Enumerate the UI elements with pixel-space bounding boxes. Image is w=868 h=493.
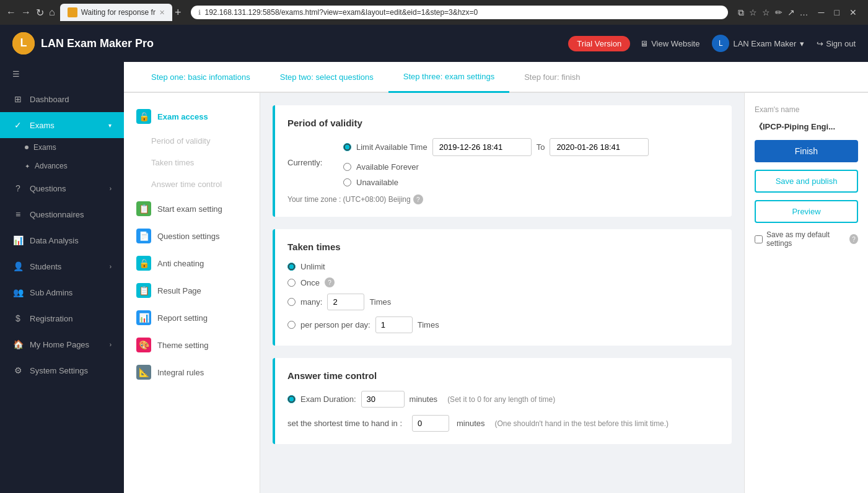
radio-many[interactable]: many: Times — [287, 294, 719, 310]
radio-once[interactable]: Once ? — [287, 277, 719, 287]
sidebar-item-questionnaires[interactable]: ≡ Questionnaires — [0, 201, 124, 227]
radio-unlimit-label: Unlimit — [300, 262, 325, 271]
collections-button[interactable]: ☆ — [762, 7, 770, 17]
radio-per-day-input[interactable] — [287, 321, 296, 329]
home-button[interactable]: ⌂ — [49, 7, 55, 18]
close-button[interactable]: ✕ — [844, 7, 862, 17]
panel-subitem-period-of-validity[interactable]: Period of validity — [151, 130, 260, 152]
pen-button[interactable]: ✏ — [775, 7, 783, 17]
radio-many-input[interactable] — [287, 298, 296, 306]
back-button[interactable]: ← — [6, 7, 16, 18]
date-from-input[interactable] — [432, 138, 532, 156]
panel-item-question-settings[interactable]: 📄 Question settings — [124, 222, 260, 250]
radio-limit-input[interactable] — [343, 143, 351, 151]
taken-times-radio-group: Unlimit Once ? many: Time — [287, 262, 719, 333]
sign-out-button[interactable]: ↪ Sign out — [817, 39, 856, 48]
sidebar-item-dashboard[interactable]: ⊞ Dashboard — [0, 86, 124, 112]
radio-forever-input[interactable] — [343, 163, 351, 171]
panel-sublabel-taken-times: Taken times — [151, 158, 194, 167]
radio-unavailable-input[interactable] — [343, 178, 351, 186]
panel-item-report-setting[interactable]: 📊 Report setting — [124, 304, 260, 331]
user-chevron-icon: ▾ — [800, 39, 804, 48]
exam-duration-input[interactable] — [361, 391, 405, 408]
step-three[interactable]: Step three: exam settings — [388, 62, 509, 93]
radio-forever[interactable]: Available Forever — [343, 162, 649, 172]
minimize-button[interactable]: ─ — [813, 7, 830, 17]
user-menu[interactable]: L LAN Exam Maker ▾ — [712, 35, 804, 52]
forward-button[interactable]: → — [21, 7, 31, 18]
address-bar[interactable]: ℹ 192.168.131.129:5858/exams.html?view=e… — [191, 6, 727, 19]
default-settings-checkbox[interactable] — [755, 235, 763, 243]
sidebar-item-questions[interactable]: ? Questions › — [0, 175, 124, 201]
default-settings-help-icon[interactable]: ? — [849, 234, 858, 244]
bookmark-button[interactable]: ☆ — [749, 7, 757, 17]
sidebar-item-registration[interactable]: $ Registration — [0, 305, 124, 331]
radio-unlimit[interactable]: Unlimit — [287, 262, 719, 271]
date-to-input[interactable] — [550, 138, 649, 156]
shortest-time-input[interactable] — [412, 415, 449, 432]
app-logo: L LAN Exam Maker Pro — [12, 32, 154, 55]
sidebar-subitem-exams[interactable]: Exams — [25, 138, 124, 157]
timezone-text: Your time zone : (UTC+08:00) Beijing — [287, 195, 411, 204]
finish-button[interactable]: Finish — [755, 140, 858, 162]
step-one[interactable]: Step one: basic infomations — [136, 62, 265, 92]
refresh-button[interactable]: ↻ — [36, 7, 44, 19]
radio-limit-time[interactable]: Limit Available Time To — [343, 138, 649, 156]
once-help-icon[interactable]: ? — [325, 277, 335, 287]
answer-time-section: Answer time control Exam Duration: minut… — [273, 358, 732, 444]
sidebar-toggle[interactable]: ☰ — [0, 62, 124, 86]
panel-item-theme-setting[interactable]: 🎨 Theme setting — [124, 331, 260, 359]
radio-per-day[interactable]: per person per day: Times — [287, 316, 719, 333]
view-website-button[interactable]: 🖥 View Website — [640, 39, 699, 48]
radio-unlimit-input[interactable] — [287, 263, 296, 271]
sidebar-item-students[interactable]: 👤 Students › — [0, 253, 124, 279]
panel-label-result-page: Result Page — [157, 286, 201, 295]
sidebar-item-exams[interactable]: ✓ Exams ▾ — [0, 112, 124, 138]
share-button[interactable]: ↗ — [787, 7, 795, 17]
panel-subitem-taken-times[interactable]: Taken times — [151, 152, 260, 173]
currently-label: Currently: — [287, 158, 337, 167]
to-label: To — [537, 142, 545, 152]
radio-unavailable[interactable]: Unavailable — [343, 178, 649, 187]
exam-duration-radio[interactable] — [287, 395, 296, 403]
panel-item-start-exam-setting[interactable]: 📋 Start exam setting — [124, 195, 260, 222]
left-panel: 🔒 Exam access Period of validity Taken t… — [124, 93, 260, 493]
browser-actions: ⧉ ☆ ☆ ✏ ↗ … — [738, 7, 809, 18]
panel-item-exam-access[interactable]: 🔒 Exam access — [124, 103, 260, 130]
exam-duration-unit: minutes — [410, 395, 438, 404]
browser-tabs: Waiting for response fr ✕ + — [60, 4, 182, 21]
many-times-input[interactable] — [327, 294, 364, 310]
sign-out-label: Sign out — [826, 39, 856, 48]
default-settings-row: Save as my default settings ? — [755, 230, 858, 248]
preview-button[interactable]: Preview — [755, 200, 858, 223]
sidebar-item-data-analysis[interactable]: 📊 Data Analysis — [0, 227, 124, 253]
maximize-button[interactable]: □ — [830, 7, 844, 17]
panel-item-anti-cheating[interactable]: 🔒 Anti cheating — [124, 250, 260, 277]
tab-close-button[interactable]: ✕ — [159, 9, 165, 17]
sidebar-item-system-settings[interactable]: ⚙ System Settings — [0, 357, 124, 383]
new-tab-button[interactable]: + — [175, 6, 182, 19]
per-day-input[interactable] — [375, 316, 413, 333]
panel-item-integral-rules[interactable]: 📐 Integral rules — [124, 359, 260, 386]
active-tab[interactable]: Waiting for response fr ✕ — [60, 4, 172, 21]
data-analysis-icon: 📊 — [12, 235, 24, 246]
sidebar-item-my-home-pages[interactable]: 🏠 My Home Pages › — [0, 331, 124, 357]
panel-item-result-page[interactable]: 📋 Result Page — [124, 277, 260, 304]
panel-subitem-answer-time[interactable]: Answer time control — [151, 173, 260, 195]
panel-label-anti-cheating: Anti cheating — [157, 259, 204, 268]
panel-label-integral-rules: Integral rules — [157, 368, 204, 377]
students-chevron-icon: › — [110, 263, 112, 270]
report-setting-icon: 📊 — [136, 310, 151, 325]
radio-once-input[interactable] — [287, 279, 296, 287]
timezone-help-icon[interactable]: ? — [413, 194, 423, 204]
sidebar-subitem-advances[interactable]: ✦ Advances — [25, 157, 124, 175]
step-two[interactable]: Step two: select questions — [265, 62, 388, 92]
radio-once-label: Once — [300, 278, 320, 287]
more-button[interactable]: … — [800, 7, 809, 17]
sidebar-label-my-home-pages: My Home Pages — [30, 340, 103, 349]
save-publish-button[interactable]: Save and publish — [755, 170, 858, 193]
sidebar-item-sub-admins[interactable]: 👥 Sub Admins — [0, 279, 124, 305]
tab-overview-button[interactable]: ⧉ — [738, 7, 744, 18]
window-controls[interactable]: ─ □ ✕ — [813, 7, 862, 17]
browser-nav[interactable]: ← → ↻ ⌂ — [6, 7, 55, 19]
